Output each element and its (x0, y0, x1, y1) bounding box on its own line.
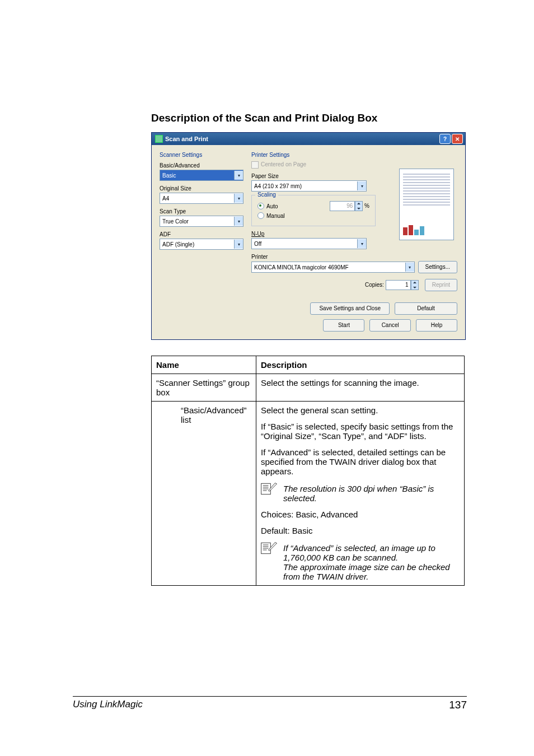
basic-advanced-select[interactable]: Basic ▾ (160, 170, 243, 181)
page-title: Description of the Scan and Print Dialog… (151, 112, 467, 124)
table-row: “Scanner Settings” group box Select the … (152, 374, 465, 402)
default-button[interactable]: Default (395, 302, 457, 315)
scanner-settings-desc: Select the settings for scanning the ima… (256, 374, 465, 402)
app-icon (155, 135, 163, 143)
chevron-down-icon: ▾ (234, 240, 243, 249)
save-close-button[interactable]: Save Settings and Close (310, 302, 390, 315)
adf-value: ADF (Single) (162, 241, 194, 248)
basic-advanced-value: Basic (162, 172, 176, 179)
printer-label: Printer (251, 254, 457, 260)
radio-off-icon (257, 212, 264, 219)
centered-checkbox: Centered on Page (251, 161, 457, 169)
printer-value: KONICA MINOLTA magicolor 4690MF (254, 264, 349, 270)
scaling-manual-radio[interactable]: Manual (257, 212, 369, 219)
copies-value[interactable]: 1 (386, 280, 411, 290)
original-size-label: Original Size (160, 185, 243, 192)
scan-print-dialog: Scan and Print ? ✕ Scanner Settings Basi… (151, 132, 466, 340)
basic-advanced-name: “Basic/Advanced” list (176, 402, 256, 586)
scaling-fieldset: Scaling Auto 96 % Manual (251, 195, 376, 226)
start-button[interactable]: Start (323, 319, 364, 332)
scan-type-label: Scan Type (160, 208, 243, 214)
scaling-legend: Scaling (255, 192, 278, 198)
help-button[interactable]: Help (416, 319, 457, 332)
description-table: Name Description “Scanner Settings” grou… (151, 356, 465, 586)
nup-value: Off (254, 241, 261, 247)
scan-type-value: True Color (162, 218, 189, 225)
original-size-select[interactable]: A4 ▾ (160, 193, 243, 204)
printer-select[interactable]: KONICA MINOLTA magicolor 4690MF ▾ (251, 262, 415, 273)
original-size-value: A4 (162, 195, 169, 202)
dialog-titlebar: Scan and Print ? ✕ (152, 133, 465, 145)
page-number: 137 (449, 699, 467, 711)
chevron-down-icon: ▾ (234, 194, 243, 203)
footer-title: Using LinkMagic (73, 699, 143, 711)
col-name-header: Name (152, 356, 256, 374)
adf-select[interactable]: ADF (Single) ▾ (160, 239, 243, 250)
note-text: If “Advanced” is selected, an image up t… (283, 542, 460, 581)
basic-advanced-desc: Select the general scan setting. If “Bas… (256, 402, 465, 586)
dialog-title: Scan and Print (165, 136, 208, 142)
cancel-button[interactable]: Cancel (369, 319, 411, 332)
chevron-down-icon: ▾ (405, 263, 414, 272)
chevron-down-icon: ▾ (357, 181, 366, 190)
adf-label: ADF (160, 231, 243, 237)
table-row: “Basic/Advanced” list Select the general… (152, 402, 465, 586)
scanner-settings-name: “Scanner Settings” group box (152, 374, 256, 402)
help-icon[interactable]: ? (439, 134, 451, 144)
page-footer: Using LinkMagic 137 (73, 696, 467, 711)
printer-settings-title: Printer Settings (251, 152, 457, 158)
scan-type-select[interactable]: True Color ▾ (160, 216, 243, 227)
spinner-icon[interactable] (411, 280, 419, 290)
basic-advanced-label: Basic/Advanced (160, 162, 243, 169)
paper-size-value: A4 (210 x 297 mm) (254, 183, 302, 189)
empty-cell (152, 402, 177, 586)
chevron-down-icon: ▾ (234, 217, 243, 226)
scanner-settings-group: Scanner Settings Basic/Advanced Basic ▾ … (160, 152, 243, 332)
settings-button[interactable]: Settings... (418, 261, 457, 273)
reprint-button: Reprint (425, 279, 457, 291)
paper-size-select[interactable]: A4 (210 x 297 mm) ▾ (251, 180, 367, 192)
checkbox-icon (251, 161, 259, 169)
spinner-icon (355, 201, 363, 211)
scanner-settings-title: Scanner Settings (160, 152, 243, 158)
nup-select[interactable]: Off ▾ (251, 238, 367, 249)
printer-settings-group: Printer Settings Centered on Page Paper … (251, 152, 457, 332)
close-icon[interactable]: ✕ (452, 134, 463, 144)
scaling-auto-radio[interactable]: Auto 96 % (257, 201, 369, 211)
scale-percent-value: 96 (330, 201, 355, 211)
chevron-down-icon: ▾ (234, 171, 243, 180)
note-icon (261, 542, 278, 556)
col-desc-header: Description (256, 356, 465, 374)
preview-pane (399, 169, 454, 240)
copies-label: Copies: (365, 282, 384, 288)
chevron-down-icon: ▾ (357, 239, 366, 248)
radio-on-icon (257, 203, 264, 209)
note-text: The resolution is 300 dpi when “Basic” i… (283, 483, 460, 503)
note-icon (261, 483, 278, 497)
